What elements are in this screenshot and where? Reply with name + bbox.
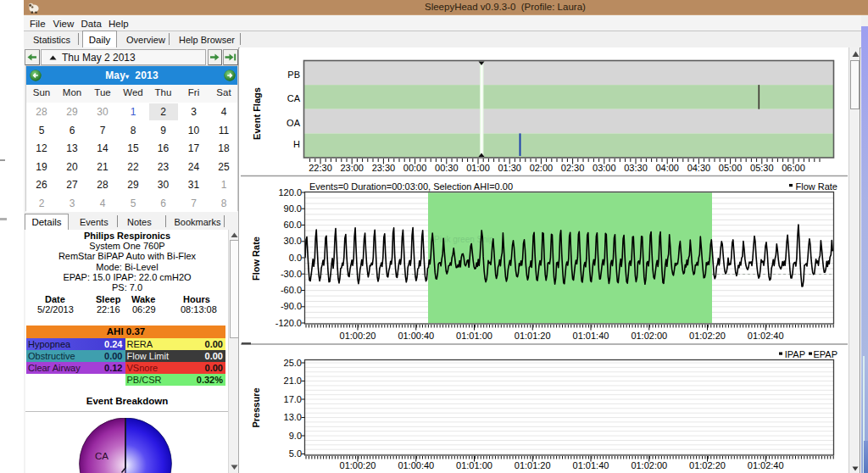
svg-text:Event Flags: Event Flags	[252, 87, 262, 140]
svg-text:0.0: 0.0	[289, 253, 302, 263]
svg-text:H: H	[293, 139, 300, 149]
svg-text:01:01:20: 01:01:20	[515, 331, 551, 341]
svg-text:OA: OA	[287, 118, 301, 128]
svg-text:01:02:00: 01:02:00	[631, 460, 667, 470]
svg-text:EPAP: EPAP	[813, 349, 837, 359]
svg-text:01:02:40: 01:02:40	[748, 331, 784, 341]
svg-text:30.0: 30.0	[284, 236, 302, 246]
svg-text:Flow Rate: Flow Rate	[795, 181, 837, 192]
svg-text:01:02:00: 01:02:00	[631, 331, 667, 341]
svg-text:Pressure: Pressure	[251, 387, 261, 427]
svg-text:25.0: 25.0	[284, 358, 302, 368]
svg-text:01:00:40: 01:00:40	[398, 331, 434, 341]
svg-text:-60.0: -60.0	[281, 285, 302, 295]
svg-text:90.0: 90.0	[284, 203, 302, 214]
svg-text:CA: CA	[287, 93, 301, 103]
svg-text:Events=0 Duration=00:03:00, Se: Events=0 Duration=00:03:00, Selection AH…	[309, 181, 513, 192]
svg-text:01:01:20: 01:01:20	[515, 460, 551, 470]
svg-text:01:02:20: 01:02:20	[689, 460, 726, 470]
svg-text:01:02:20: 01:02:20	[689, 331, 726, 341]
svg-text:01:01:00: 01:01:00	[456, 331, 492, 341]
svg-text:01:01:00: 01:01:00	[456, 460, 492, 470]
svg-text:21.0: 21.0	[284, 376, 302, 386]
svg-text:-30.0: -30.0	[281, 269, 302, 279]
svg-text:9.0: 9.0	[289, 431, 302, 441]
svg-text:13.0: 13.0	[284, 412, 302, 422]
svg-text:PB: PB	[287, 70, 300, 80]
svg-text:17.0: 17.0	[284, 394, 302, 404]
svg-text:5.0: 5.0	[289, 448, 302, 459]
svg-text:-90.0: -90.0	[281, 301, 302, 311]
svg-text:01:02:40: 01:02:40	[748, 460, 784, 470]
svg-text:120.0: 120.0	[278, 187, 302, 198]
svg-text:Flow Rate: Flow Rate	[251, 236, 261, 281]
svg-text:01:01:40: 01:01:40	[573, 331, 609, 341]
svg-text:-120.0: -120.0	[275, 318, 302, 328]
svg-text:60.0: 60.0	[284, 220, 302, 230]
svg-text:01:01:40: 01:01:40	[573, 460, 609, 470]
svg-text:01:00:20: 01:00:20	[340, 460, 376, 470]
svg-text:IPAP: IPAP	[785, 349, 805, 359]
svg-text:01:00:20: 01:00:20	[340, 331, 376, 341]
svg-text:01:00:40: 01:00:40	[398, 460, 434, 470]
